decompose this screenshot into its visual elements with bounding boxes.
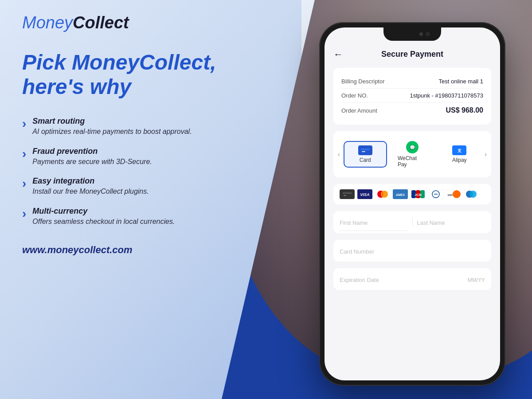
- phone-screen: ← Secure Payment Billing Descriptor Test…: [325, 27, 500, 380]
- feature-title-2: Fraud prevention: [32, 147, 152, 156]
- expiry-label: Expiration Date: [340, 277, 379, 283]
- svg-rect-9: [344, 195, 346, 196]
- svg-text:JCB: JCB: [415, 193, 422, 197]
- order-info-panel: Billing Descriptor Test online mall 1 Or…: [333, 68, 491, 125]
- features-list: › Smart routing AI optimizes real-time p…: [22, 117, 270, 227]
- order-amount-label: Order Amount: [341, 107, 377, 114]
- order-amount-value: US$ 968.00: [446, 106, 483, 114]
- tab-wechat[interactable]: 💬 WeChat Pay: [391, 137, 434, 172]
- logo: MoneyCollect: [22, 13, 270, 32]
- svg-text:VISA: VISA: [360, 192, 369, 197]
- billing-descriptor-row: Billing Descriptor Test online mall 1: [341, 74, 483, 89]
- card-number-placeholder: Card Number: [340, 248, 485, 255]
- name-fields-section: First Name Last Name: [333, 211, 491, 233]
- methods-prev-arrow[interactable]: ‹: [338, 151, 340, 158]
- card-number-field[interactable]: Card Number: [340, 242, 485, 259]
- tab-card[interactable]: Card: [344, 141, 387, 168]
- billing-descriptor-label: Billing Descriptor: [341, 78, 385, 85]
- tab-alipay[interactable]: 支 Alipay: [438, 141, 481, 168]
- back-button[interactable]: ←: [333, 49, 343, 60]
- name-fields-row: First Name Last Name: [340, 213, 485, 231]
- svg-rect-7: [343, 191, 352, 197]
- card-brand-discover: DISC: [446, 189, 461, 199]
- feature-text-4: Multi-currency Offers seamless checkout …: [32, 207, 175, 227]
- feature-desc-4: Offers seamless checkout in local curren…: [32, 218, 175, 225]
- feature-desc-3: Install our free MoneyCollect plugins.: [32, 188, 149, 195]
- svg-rect-8: [343, 192, 352, 194]
- card-tab-icon: [358, 145, 372, 155]
- phone-notch: [383, 27, 441, 41]
- card-brand-visa: VISA: [357, 189, 372, 199]
- wechat-tab-icon: 💬: [406, 141, 419, 153]
- notch-sensor: [426, 32, 430, 36]
- card-brands-row: VISA AMEX JCB DISC: [333, 184, 491, 204]
- notch-camera: [419, 32, 423, 36]
- chevron-icon-1: ›: [22, 117, 26, 130]
- order-amount-row: Order Amount US$ 968.00: [341, 103, 483, 118]
- card-brand-generic: [340, 189, 355, 199]
- svg-point-26: [453, 190, 461, 198]
- feature-item-smart-routing: › Smart routing AI optimizes real-time p…: [22, 117, 270, 137]
- feature-title-4: Multi-currency: [32, 207, 175, 216]
- feature-desc-2: Payments are secure with 3D-Secure.: [32, 158, 152, 165]
- card-brand-jcb: JCB: [411, 189, 426, 199]
- headline: Pick MoneyCollect, here's why: [22, 50, 270, 99]
- feature-item-multicurrency: › Multi-currency Offers seamless checkou…: [22, 207, 270, 227]
- card-brand-diners: [428, 189, 443, 199]
- expiry-field[interactable]: Expiration Date MM/YY: [340, 270, 485, 288]
- first-name-field[interactable]: First Name: [340, 213, 408, 231]
- svg-point-14: [381, 191, 388, 198]
- first-name-placeholder: First Name: [340, 219, 408, 226]
- card-brand-maestro: [464, 189, 479, 199]
- svg-text:💬: 💬: [410, 145, 415, 150]
- svg-rect-2: [362, 151, 365, 152]
- svg-text:支: 支: [458, 149, 462, 153]
- card-tab-label: Card: [360, 157, 371, 163]
- alipay-tab-icon: 支: [452, 145, 466, 155]
- feature-text-3: Easy integration Install our free MoneyC…: [32, 176, 149, 196]
- order-no-value: 1stpunk - #19803711078573: [410, 92, 483, 99]
- feature-text-2: Fraud prevention Payments are secure wit…: [32, 147, 152, 167]
- methods-next-arrow[interactable]: ›: [485, 151, 487, 158]
- phone-outer: ← Secure Payment Billing Descriptor Test…: [319, 22, 505, 386]
- phone-container: ← Secure Payment Billing Descriptor Test…: [319, 22, 505, 386]
- wechat-tab-label: WeChat Pay: [398, 155, 427, 168]
- feature-desc-1: AI optimizes real-time payments to boost…: [32, 128, 192, 135]
- svg-point-30: [469, 191, 477, 198]
- payment-header: ← Secure Payment: [333, 47, 491, 59]
- svg-rect-1: [361, 149, 370, 150]
- billing-descriptor-value: Test online mall 1: [439, 78, 483, 85]
- feature-item-fraud: › Fraud prevention Payments are secure w…: [22, 147, 270, 167]
- website-url: www.moneycollect.com: [22, 244, 270, 256]
- alipay-tab-label: Alipay: [452, 157, 467, 163]
- logo-money: Money: [22, 13, 73, 32]
- svg-text:AMEX: AMEX: [396, 193, 405, 196]
- card-number-section: Card Number: [333, 240, 491, 262]
- card-brand-mastercard: [375, 189, 390, 199]
- order-no-label: Order NO.: [341, 92, 368, 99]
- phone-content: ← Secure Payment Billing Descriptor Test…: [325, 27, 500, 380]
- order-no-row: Order NO. 1stpunk - #19803711078573: [341, 89, 483, 103]
- expiry-placeholder: MM/YY: [468, 277, 485, 283]
- payment-methods-tabs: ‹ Card 💬 WeChat Pay: [333, 131, 491, 177]
- feature-text-1: Smart routing AI optimizes real-time pay…: [32, 117, 192, 137]
- feature-item-integration: › Easy integration Install our free Mone…: [22, 176, 270, 196]
- feature-title-1: Smart routing: [32, 117, 192, 126]
- chevron-icon-4: ›: [22, 207, 26, 220]
- expiry-section: Expiration Date MM/YY: [333, 268, 491, 290]
- logo-collect: Collect: [73, 13, 129, 32]
- left-content: MoneyCollect Pick MoneyCollect, here's w…: [0, 0, 293, 399]
- payment-title: Secure Payment: [381, 50, 443, 59]
- feature-title-3: Easy integration: [32, 176, 149, 186]
- chevron-icon-2: ›: [22, 148, 26, 160]
- card-brand-amex: AMEX: [393, 189, 408, 199]
- name-divider: [412, 218, 413, 227]
- last-name-field[interactable]: Last Name: [417, 213, 485, 231]
- last-name-placeholder: Last Name: [417, 219, 485, 226]
- chevron-icon-3: ›: [22, 177, 26, 190]
- svg-text:DISC: DISC: [448, 194, 453, 196]
